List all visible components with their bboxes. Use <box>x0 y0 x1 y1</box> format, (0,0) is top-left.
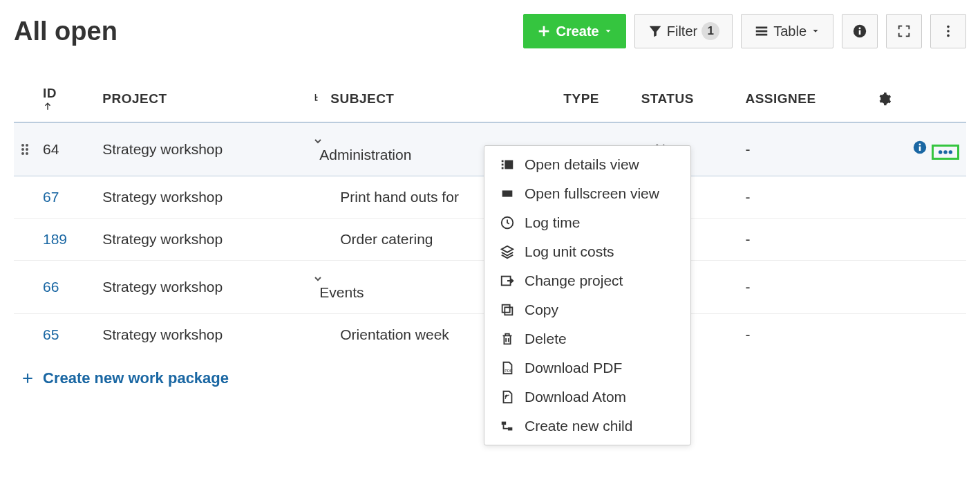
menu-log-time[interactable]: Log time <box>484 208 690 237</box>
svg-point-7 <box>26 144 28 147</box>
svg-point-6 <box>21 144 24 147</box>
info-button[interactable] <box>842 14 878 48</box>
svg-point-5 <box>947 35 950 37</box>
filter-button[interactable]: Filter 1 <box>634 14 733 48</box>
plus-icon <box>536 24 552 39</box>
trash-icon <box>500 331 515 347</box>
page-title: All open <box>14 17 117 46</box>
clock-icon <box>500 215 515 230</box>
svg-point-13 <box>919 143 921 145</box>
svg-point-1 <box>859 27 861 29</box>
svg-point-15 <box>939 150 943 154</box>
row-context-menu: Open details view Open fullscreen view L… <box>484 145 691 415</box>
plus-icon <box>21 371 35 385</box>
layers-icon <box>500 244 515 259</box>
create-work-package-link[interactable]: Create new work package <box>14 356 236 401</box>
row-assignee: - <box>738 219 871 261</box>
svg-rect-22 <box>502 190 513 196</box>
row-info-button[interactable] <box>912 140 927 155</box>
row-project: Strategy workshop <box>95 176 305 219</box>
svg-rect-21 <box>505 160 513 169</box>
kebab-icon <box>941 24 956 39</box>
create-label: Create <box>556 24 599 39</box>
row-id[interactable]: 66 <box>43 279 59 295</box>
filter-count-badge: 1 <box>701 22 719 40</box>
menu-open-fullscreen[interactable]: Open fullscreen view <box>484 179 690 208</box>
expand-icon <box>896 24 912 39</box>
copy-icon <box>500 302 515 317</box>
info-icon <box>852 24 867 39</box>
more-menu-button[interactable] <box>930 14 966 48</box>
menu-create-child[interactable]: Create new child <box>484 412 690 415</box>
svg-rect-20 <box>502 167 504 169</box>
fullscreen-icon <box>500 186 515 201</box>
create-button[interactable]: Create <box>523 14 625 48</box>
col-status[interactable]: STATUS <box>634 76 739 122</box>
hierarchy-icon <box>312 92 325 104</box>
atom-icon <box>500 389 515 405</box>
row-assignee: - <box>738 261 871 314</box>
svg-point-9 <box>26 148 28 151</box>
svg-rect-2 <box>859 30 861 35</box>
drag-icon[interactable] <box>21 143 29 156</box>
svg-rect-19 <box>502 164 504 166</box>
row-assignee: - <box>738 176 871 219</box>
svg-rect-25 <box>505 307 512 315</box>
menu-open-details[interactable]: Open details view <box>484 150 690 179</box>
svg-point-11 <box>26 152 28 155</box>
menu-delete[interactable]: Delete <box>484 324 690 353</box>
details-icon <box>500 157 515 172</box>
svg-point-4 <box>947 30 950 33</box>
row-id[interactable]: 65 <box>43 326 59 342</box>
svg-point-10 <box>21 152 24 155</box>
row-assignee: - <box>738 122 871 176</box>
row-project: Strategy workshop <box>95 122 305 176</box>
row-id[interactable]: 64 <box>43 141 59 157</box>
menu-copy[interactable]: Copy <box>484 295 690 324</box>
view-button[interactable]: Table <box>741 14 833 48</box>
col-subject[interactable]: SUBJECT <box>305 76 556 122</box>
fullscreen-button[interactable] <box>886 14 922 48</box>
col-id[interactable]: ID <box>36 76 95 122</box>
caret-down-icon <box>603 26 613 36</box>
row-id[interactable]: 189 <box>43 231 67 247</box>
pdf-icon: PDF <box>500 360 515 376</box>
menu-log-unit-costs[interactable]: Log unit costs <box>484 237 690 266</box>
svg-point-3 <box>947 26 950 28</box>
menu-change-project[interactable]: Change project <box>484 266 690 295</box>
view-label: Table <box>773 24 807 39</box>
row-project: Strategy workshop <box>95 314 305 356</box>
row-id[interactable]: 67 <box>43 189 59 205</box>
filter-label: Filter <box>667 24 697 39</box>
col-type[interactable]: TYPE <box>556 76 634 122</box>
col-project[interactable]: PROJECT <box>95 76 305 122</box>
svg-text:PDF: PDF <box>505 369 513 373</box>
svg-rect-26 <box>502 305 510 313</box>
sort-asc-icon <box>43 101 88 112</box>
list-icon <box>754 24 769 39</box>
col-settings[interactable] <box>871 76 966 122</box>
row-project: Strategy workshop <box>95 261 305 314</box>
menu-download-pdf[interactable]: PDF Download PDF <box>484 353 690 382</box>
svg-point-8 <box>21 148 24 151</box>
svg-point-17 <box>949 150 953 154</box>
row-more-button[interactable] <box>932 145 959 160</box>
svg-rect-14 <box>919 146 921 150</box>
row-assignee: - <box>738 314 871 356</box>
share-icon <box>500 273 515 288</box>
create-link-label: Create new work package <box>43 369 229 387</box>
caret-down-icon <box>811 26 820 36</box>
svg-rect-18 <box>502 160 504 163</box>
funnel-icon <box>648 24 663 39</box>
svg-point-16 <box>943 150 948 154</box>
col-assignee[interactable]: ASSIGNEE <box>738 76 871 122</box>
gear-icon <box>878 92 892 106</box>
row-project: Strategy workshop <box>95 219 305 261</box>
menu-download-atom[interactable]: Download Atom <box>484 382 690 412</box>
